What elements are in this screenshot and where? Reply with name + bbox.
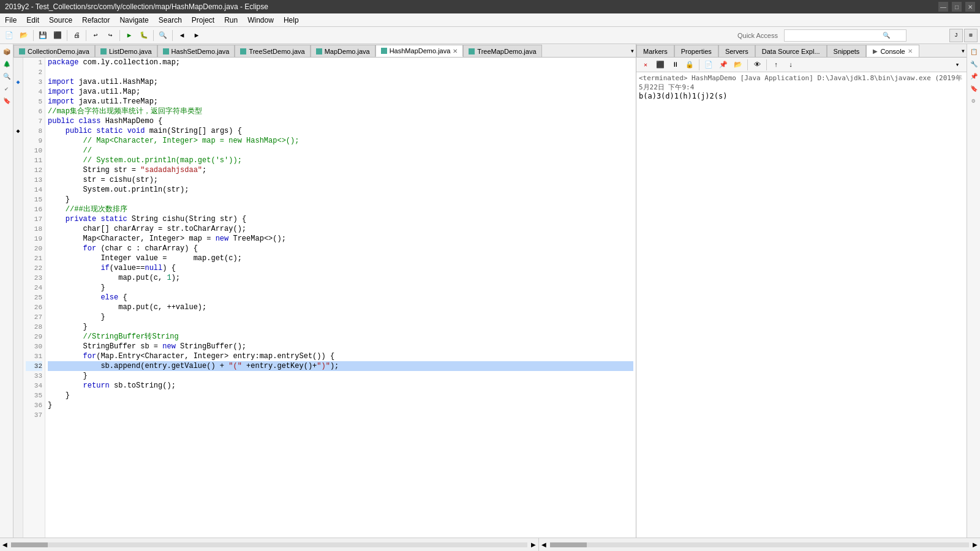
tb-new-button[interactable]: 📄 — [2, 29, 16, 42]
scroll-left-arrow[interactable]: ◀ — [0, 541, 10, 548]
menu-source[interactable]: Source — [44, 15, 77, 26]
code-line-37 — [48, 410, 633, 420]
console-tab-menu-button[interactable]: ▾ — [960, 45, 967, 57]
scroll-thumb-left[interactable] — [11, 542, 48, 547]
gutter-3: ◆ — [13, 77, 23, 87]
tab-label-hashset: HashSetDemo.java — [172, 48, 230, 55]
tab-hashmap-demo[interactable]: HashMapDemo.java ✕ — [375, 45, 464, 57]
menu-file[interactable]: File — [0, 15, 21, 26]
console-open-button[interactable]: 📂 — [731, 58, 745, 72]
code-line-22: if(value==null) { — [48, 263, 633, 273]
tab-properties[interactable]: Properties — [674, 45, 718, 57]
maximize-button[interactable]: □ — [952, 2, 962, 12]
tab-markers[interactable]: Markers — [636, 45, 674, 57]
menu-help[interactable]: Help — [279, 15, 304, 26]
tab-snippets[interactable]: Snippets — [827, 45, 867, 57]
close-button[interactable]: ✕ — [965, 2, 975, 12]
gutter-22 — [13, 263, 23, 273]
console-up-button[interactable]: ↑ — [769, 58, 783, 72]
gutter-31 — [13, 351, 23, 361]
tab-collection-demo[interactable]: CollectionDemo.java — [13, 45, 95, 57]
console-pin-button[interactable]: 📌 — [717, 58, 730, 72]
console-scroll-lock-button[interactable]: 🔒 — [683, 58, 696, 72]
scroll-thumb-right[interactable] — [550, 542, 587, 547]
title-text: 2019y2 - Test_Collection/src/com/ly/coll… — [5, 2, 268, 11]
tb-save-button[interactable]: 💾 — [36, 29, 50, 42]
console-close-icon[interactable]: ✕ — [908, 48, 913, 54]
right-icon-1[interactable]: 📋 — [968, 47, 979, 58]
console-terminated-text: <terminated> HashMapDemo [Java Applicati… — [639, 73, 964, 92]
tab-servers[interactable]: Servers — [718, 45, 755, 57]
title-bar-buttons[interactable]: — □ ✕ — [938, 2, 975, 12]
menu-project[interactable]: Project — [187, 15, 219, 26]
scroll-track-left[interactable] — [11, 542, 527, 547]
tb-print-button[interactable]: 🖨 — [70, 29, 83, 42]
tb-undo-button[interactable]: ↩ — [89, 29, 102, 42]
gutter-28 — [13, 322, 23, 332]
ln-26: 26 — [26, 302, 42, 312]
sidebar-hierarchy-icon[interactable]: 🌲 — [1, 59, 12, 70]
right-icon-4[interactable]: 🔖 — [968, 83, 979, 94]
menu-navigate[interactable]: Navigate — [115, 15, 153, 26]
right-icon-5[interactable]: ⚙ — [968, 96, 979, 107]
tab-close-hashmap[interactable]: ✕ — [453, 48, 458, 54]
menu-search[interactable]: Search — [154, 15, 187, 26]
sidebar-bookmarks-icon[interactable]: 🔖 — [1, 96, 12, 107]
gutter-30 — [13, 342, 23, 351]
tab-console[interactable]: ▶ Console ✕ — [866, 45, 919, 57]
tab-datasource[interactable]: Data Source Expl... — [755, 45, 827, 57]
ln-6: 6 — [26, 107, 42, 116]
tab-hashset-demo[interactable]: HashSetDemo.java — [157, 45, 235, 57]
tab-map-demo[interactable]: MapDemo.java — [311, 45, 375, 57]
tb-back-button[interactable]: ◀ — [175, 29, 189, 42]
console-down-button[interactable]: ↓ — [784, 58, 797, 72]
bottom-scrollbar-left[interactable]: ◀ ▶ — [0, 538, 539, 551]
tab-treeset-demo[interactable]: TreeSetDemo.java — [235, 45, 310, 57]
console-menu-button[interactable]: ▾ — [951, 58, 964, 72]
tb-saveall-button[interactable]: ⬛ — [51, 29, 64, 42]
menu-edit[interactable]: Edit — [21, 15, 44, 26]
tb-run-button[interactable]: ▶ — [123, 29, 136, 42]
code-line-11: // System.out.println(map.get('s')); — [48, 156, 633, 165]
sidebar-package-icon[interactable]: 📦 — [1, 47, 12, 58]
code-line-33: } — [48, 371, 633, 381]
scroll-track-right[interactable] — [550, 542, 969, 547]
minimize-button[interactable]: — — [938, 2, 948, 12]
code-line-14: System.out.println(str); — [48, 185, 633, 195]
sidebar-tasks-icon[interactable]: ✔ — [1, 83, 12, 94]
tb-forward-button[interactable]: ▶ — [190, 29, 203, 42]
console-new-button[interactable]: 📄 — [702, 58, 715, 72]
left-sidebar: 📦 🌲 🔍 ✔ 🔖 — [0, 44, 13, 538]
perspective-java-button[interactable]: J — [949, 29, 963, 42]
right-icon-3[interactable]: 📌 — [968, 71, 979, 82]
console-pause-button[interactable]: ⏸ — [668, 58, 682, 72]
scroll-right-arrow[interactable]: ▶ — [529, 541, 538, 548]
tb-redo-button[interactable]: ↪ — [104, 29, 117, 42]
quick-access-input[interactable] — [785, 32, 883, 39]
code-content[interactable]: package com.ly.collection.map; import ja… — [45, 58, 636, 538]
code-line-19: Map<Character, Integer> map = new TreeMa… — [48, 234, 633, 244]
tab-list-button[interactable]: ▾ — [629, 45, 636, 57]
quick-access-box[interactable]: 🔍 — [784, 29, 907, 42]
scroll-left-arrow-right[interactable]: ◀ — [539, 541, 549, 548]
ln-29: 29 — [26, 332, 42, 342]
tab-label-collection: CollectionDemo.java — [28, 48, 89, 55]
tb-open-button[interactable]: 📂 — [17, 29, 31, 42]
tab-list-demo[interactable]: ListDemo.java — [95, 45, 157, 57]
scroll-right-arrow-right[interactable]: ▶ — [970, 541, 980, 548]
console-view-button[interactable]: 👁 — [750, 58, 764, 72]
gutter-21 — [13, 253, 23, 263]
ln-33: 33 — [26, 371, 42, 381]
menu-refactor[interactable]: Refactor — [77, 15, 115, 26]
right-icon-2[interactable]: 🔧 — [968, 59, 979, 70]
tab-treemap-demo[interactable]: TreeMapDemo.java — [463, 45, 541, 57]
menu-run[interactable]: Run — [219, 15, 243, 26]
perspective-open-button[interactable]: ⊞ — [964, 29, 978, 42]
menu-window[interactable]: Window — [243, 15, 279, 26]
bottom-scrollbar-right[interactable]: ◀ ▶ — [539, 538, 980, 551]
console-stop-button[interactable]: ⬛ — [654, 58, 667, 72]
tb-debug-button[interactable]: 🐛 — [137, 29, 151, 42]
sidebar-search2-icon[interactable]: 🔍 — [1, 71, 12, 82]
tb-search-button[interactable]: 🔍 — [156, 29, 170, 42]
console-clear-button[interactable]: ✕ — [639, 58, 652, 72]
